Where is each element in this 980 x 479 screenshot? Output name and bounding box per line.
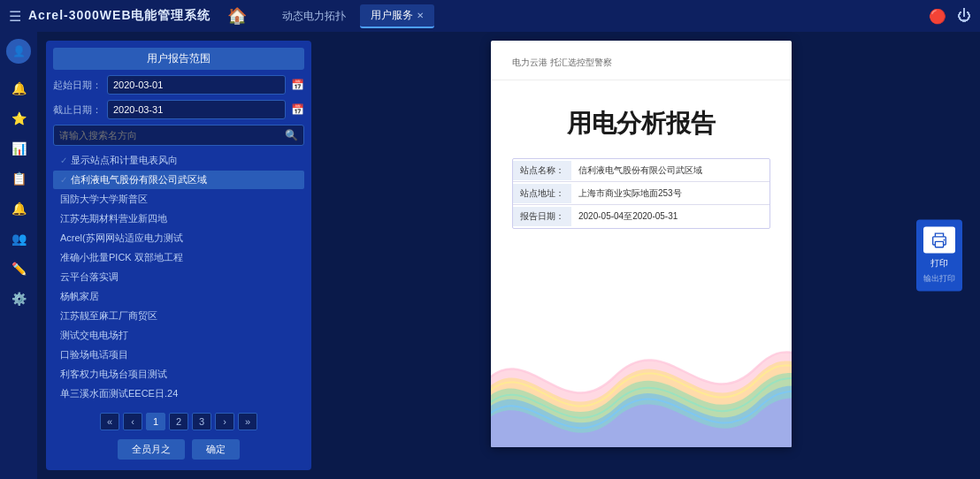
end-cal-icon[interactable]: 📅 [291,103,304,116]
page-last-btn[interactable]: » [238,413,257,430]
page-1-btn[interactable]: 1 [146,413,165,430]
sidebar-icon-2[interactable]: ⭐ [4,106,33,131]
list-item[interactable]: 云平台落实调 [53,268,304,286]
doc-info-label-name: 站点名称： [513,161,571,180]
list-item[interactable]: Acrel(苏网网站适应电力测试 [53,229,304,247]
alert-icon[interactable]: 🔴 [929,8,946,25]
end-date-row: 截止日期： 📅 [53,100,304,119]
search-row: 🔍 [53,125,304,146]
sidebar-icon-1[interactable]: 🔔 [4,76,33,101]
svg-rect-1 [935,241,943,247]
power-icon[interactable]: ⏻ [957,8,971,24]
left-sidebar: 👤 🔔 ⭐ 📊 📋 🔔 👥 ✏️ ⚙️ [0,32,37,479]
list-item[interactable]: 准确小批量PICK 双部地工程 [53,248,304,267]
preview-panel: 电力云港 托汇选控型警察 用电分析报告 站点名称： 信利液电气股份有限公司武区域… [311,41,971,470]
sidebar-icon-5[interactable]: 🔔 [4,196,33,221]
print-sublabel: 输出打印 [923,273,955,285]
page-prev-btn[interactable]: ‹ [123,413,142,430]
start-cal-icon[interactable]: 📅 [291,79,304,91]
doc-wave-area [491,229,792,447]
search-input[interactable] [59,130,285,141]
page-first-btn[interactable]: « [100,413,119,430]
top-bar: ☰ Acrel-3000WEB电能管理系统 🏠 动态电力拓扑 用户服务 ✕ 🔴 … [0,0,980,32]
sidebar-icon-4[interactable]: 📋 [4,166,33,191]
list-item[interactable]: 利客权力电场台项目测试 [53,365,304,384]
pagination: « ‹ 1 2 3 › » [53,409,304,434]
export-button[interactable]: 全员月之 [118,439,185,460]
doc-header-area: 电力云港 托汇选控型警察 [491,41,792,80]
list-item[interactable]: 国防大学大学斯普区 [53,190,304,209]
search-icon[interactable]: 🔍 [285,129,298,141]
top-bar-right: 🔴 ⏻ [929,8,971,25]
sidebar-icon-7[interactable]: ✏️ [4,256,33,281]
doc-info-value-date: 2020-05-04至2020-05-31 [571,207,769,226]
list-item[interactable]: 单三溪水面测试EECE日.24 [53,384,304,403]
doc-info-label-date: 报告日期： [513,207,571,226]
start-date-row: 起始日期： 📅 [53,75,304,95]
svg-point-2 [944,240,946,241]
top-bar-left: ☰ Acrel-3000WEB电能管理系统 🏠 动态电力拓扑 用户服务 ✕ [9,4,434,28]
doc-info-table: 站点名称： 信利液电气股份有限公司武区域 站点地址： 上海市商业实际地面253号… [512,158,770,229]
avatar[interactable]: 👤 [6,39,31,64]
print-label: 打印 [930,257,948,270]
list-item[interactable]: ✓ 显示站点和计量电表风向 [53,151,304,170]
filter-panel: 用户报告范围 起始日期： 📅 截止日期： 📅 🔍 ✓ 显示站点和计量电表风向 [46,41,311,470]
start-date-label: 起始日期： [53,79,102,92]
tab-power-topology[interactable]: 动态电力拓扑 [272,5,356,27]
list-item[interactable]: 江苏靓至麻工厂商贸区 [53,307,304,325]
confirm-button[interactable]: 确定 [192,439,240,460]
page-next-btn[interactable]: › [215,413,234,430]
content-panel: 用户报告范围 起始日期： 📅 截止日期： 📅 🔍 ✓ 显示站点和计量电表风向 [37,32,980,479]
start-date-input[interactable] [107,75,286,95]
hamburger-icon[interactable]: ☰ [9,8,21,25]
action-row: 全员月之 确定 [53,439,304,463]
page-3-btn[interactable]: 3 [192,413,211,430]
doc-info-row-date: 报告日期： 2020-05-04至2020-05-31 [513,205,769,228]
list-item[interactable]: ✓ 信利液电气股份有限公司武区域 [53,171,304,189]
print-icon[interactable] [923,227,955,254]
list-item[interactable]: 口验场电话项目 [53,346,304,364]
doc-header-text: 电力云港 托汇选控型警察 [512,57,770,69]
sidebar-icon-8[interactable]: ⚙️ [4,286,33,311]
doc-preview: 电力云港 托汇选控型警察 用电分析报告 站点名称： 信利液电气股份有限公司武区域… [491,41,792,447]
list-item[interactable]: 测试交电电场打 [53,326,304,345]
doc-info-row-addr: 站点地址： 上海市商业实际地面253号 [513,182,769,205]
doc-info-label-addr: 站点地址： [513,184,571,203]
end-date-label: 截止日期： [53,103,102,117]
main-layout: 👤 🔔 ⭐ 📊 📋 🔔 👥 ✏️ ⚙️ 用户报告范围 起始日期： 📅 截止日期：… [0,32,980,479]
print-panel: 打印 输出打印 [916,220,962,292]
sidebar-icon-6[interactable]: 👥 [4,226,33,251]
filter-title: 用户报告范围 [53,48,304,70]
doc-info-row-name: 站点名称： 信利液电气股份有限公司武区域 [513,159,769,182]
end-date-input[interactable] [107,100,286,119]
list-container: ✓ 显示站点和计量电表风向 ✓ 信利液电气股份有限公司武区域 国防大学大学斯普区… [53,151,304,404]
tab-user-service[interactable]: 用户服务 ✕ [360,4,434,28]
list-item[interactable]: 杨帆家居 [53,287,304,306]
doc-info-value-name: 信利液电气股份有限公司武区域 [571,161,769,180]
nav-tabs: 动态电力拓扑 用户服务 ✕ [272,4,434,28]
doc-main-title: 用电分析报告 [491,80,792,158]
doc-info-value-addr: 上海市商业实际地面253号 [571,184,769,203]
tab-close-icon[interactable]: ✕ [417,11,424,20]
home-button[interactable]: 🏠 [227,6,247,26]
sidebar-icon-3[interactable]: 📊 [4,136,33,161]
app-title: Acrel-3000WEB电能管理系统 [28,8,211,24]
list-item[interactable]: 江苏先期材料营业新四地 [53,209,304,228]
page-2-btn[interactable]: 2 [169,413,188,430]
